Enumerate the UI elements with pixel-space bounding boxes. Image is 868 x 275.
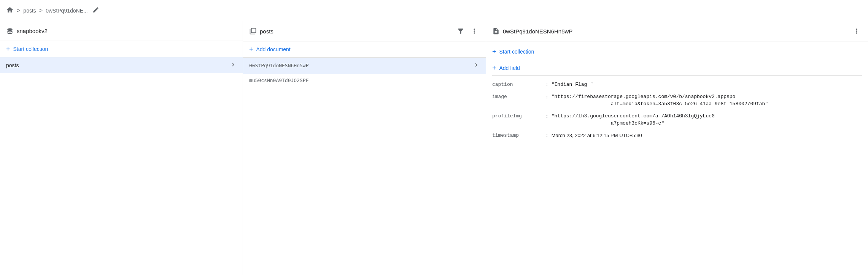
column-collection: posts + Add document 0wStPq91doNESN6Hn5w… [243, 21, 486, 275]
field-key-profileimg: profileImg [492, 112, 545, 120]
doc-start-collection-label: Start collection [499, 49, 534, 55]
posts-item-label: posts [6, 62, 227, 68]
field-value-caption[interactable]: "Indian Flag " [552, 81, 593, 89]
main-layout: snapbookv2 + Start collection posts post… [0, 21, 868, 275]
column-collection-header: posts [243, 21, 486, 41]
field-key-caption: caption [492, 81, 545, 89]
column-database-header: snapbookv2 [0, 21, 243, 41]
add-field-label: Add field [499, 65, 520, 71]
database-icon [6, 27, 14, 35]
breadcrumb-posts[interactable]: posts [23, 8, 36, 14]
field-colon-timestamp: : [545, 132, 548, 139]
field-value-profileimg[interactable]: "https://lh3.googleusercontent.com/a-/AO… [552, 112, 715, 127]
column-document-header: 0wStPq91doNESN6Hn5wP [486, 21, 868, 41]
breadcrumb-separator-1: > [17, 7, 20, 14]
doc-id-2: mu50csMn0A9Td0JO2SPF [249, 77, 480, 83]
breadcrumb-doc-id[interactable]: 0wStPq91doNE... [46, 8, 88, 14]
plus-icon-col2: + [249, 46, 253, 53]
field-colon-caption: : [545, 81, 548, 89]
doc-start-collection-button[interactable]: + Start collection [492, 44, 862, 59]
field-colon-profileimg: : [545, 112, 548, 120]
column-document: 0wStPq91doNESN6Hn5wP + Start collection … [486, 21, 868, 275]
doc-item-2[interactable]: mu50csMn0A9Td0JO2SPF [243, 74, 486, 87]
home-icon[interactable] [6, 6, 14, 15]
document-icon [492, 27, 500, 35]
filter-icon[interactable] [455, 26, 466, 36]
breadcrumb: > posts > 0wStPq91doNE... [0, 0, 868, 21]
doc-item-1[interactable]: 0wStPq91doNESN6Hn5wP [243, 58, 486, 74]
database-title: snapbookv2 [17, 28, 237, 34]
more-options-icon-col2[interactable] [469, 26, 480, 36]
start-collection-button[interactable]: + Start collection [0, 41, 243, 57]
field-value-timestamp[interactable]: March 23, 2022 at 6:12:15 PM UTC+5:30 [552, 132, 642, 139]
add-document-button[interactable]: + Add document [243, 41, 486, 58]
field-value-image[interactable]: "https://firebasestorage.googleapis.com/… [552, 93, 768, 108]
plus-icon-doc-col: + [492, 48, 496, 55]
add-field-button[interactable]: + Add field [492, 61, 862, 76]
field-image: image : "https://firebasestorage.googlea… [492, 91, 862, 110]
arrow-right-icon-doc1 [473, 62, 480, 70]
plus-icon-col1: + [6, 46, 10, 52]
document-fields: + Start collection + Add field caption :… [486, 41, 868, 144]
collection-icon [249, 27, 257, 35]
arrow-right-icon [230, 61, 237, 69]
plus-icon-doc-field: + [492, 65, 496, 71]
start-collection-label: Start collection [13, 46, 48, 52]
document-title: 0wStPq91doNESN6Hn5wP [503, 28, 848, 35]
document-header-actions [851, 26, 862, 36]
collection-title: posts [260, 28, 452, 35]
field-key-timestamp: timestamp [492, 132, 545, 139]
breadcrumb-separator-2: > [39, 7, 43, 14]
more-options-icon-col3[interactable] [851, 26, 862, 36]
add-document-label: Add document [256, 46, 290, 52]
field-timestamp: timestamp : March 23, 2022 at 6:12:15 PM… [492, 130, 862, 142]
edit-icon[interactable] [92, 6, 99, 14]
field-profileimg: profileImg : "https://lh3.googleusercont… [492, 110, 862, 130]
field-colon-image: : [545, 93, 548, 101]
field-key-image: image [492, 93, 545, 101]
list-item-posts[interactable]: posts [0, 57, 243, 73]
doc-id-1: 0wStPq91doNESN6Hn5wP [249, 63, 470, 68]
field-caption: caption : "Indian Flag " [492, 79, 862, 91]
column-database: snapbookv2 + Start collection posts [0, 21, 243, 275]
collection-header-actions [455, 26, 480, 36]
